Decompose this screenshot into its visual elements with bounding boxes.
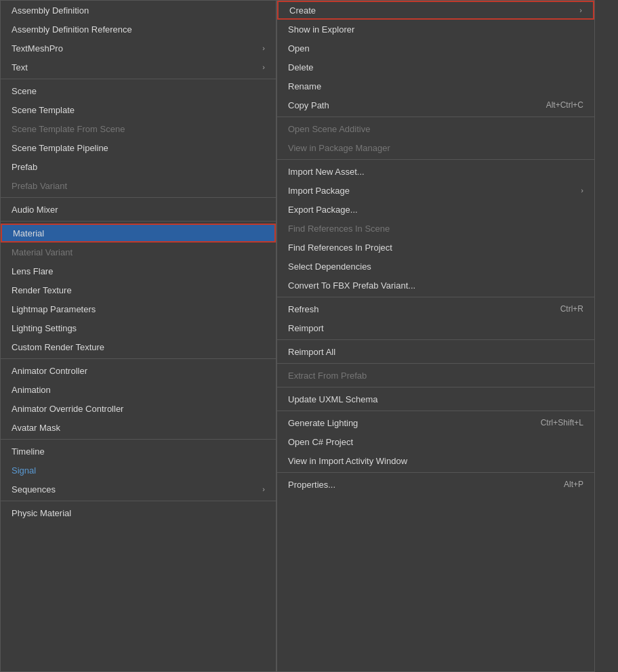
menu-item-label-signal: Signal xyxy=(12,465,36,476)
menu-item-label-lightmap-parameters: Lightmap Parameters xyxy=(12,304,96,314)
menu-item-label-create: Create xyxy=(289,5,316,16)
right-menu-item-reimport-all[interactable]: Reimport All xyxy=(277,342,594,361)
left-menu-item-audio-mixer[interactable]: Audio Mixer xyxy=(1,200,276,219)
right-menu-item-refresh[interactable]: RefreshCtrl+R xyxy=(277,299,594,318)
shortcut-properties: Alt+P xyxy=(564,480,583,489)
right-menu-item-find-references-in-project[interactable]: Find References In Project xyxy=(277,238,594,257)
right-menu-item-open[interactable]: Open xyxy=(277,39,594,58)
right-menu-item-import-new-asset[interactable]: Import New Asset... xyxy=(277,162,594,181)
left-menu-item-lightmap-parameters[interactable]: Lightmap Parameters xyxy=(1,299,276,318)
menu-item-label-material: Material xyxy=(13,228,44,238)
menu-separator xyxy=(277,363,594,364)
menu-item-label-refresh: Refresh xyxy=(288,304,319,314)
menu-item-label-rename: Rename xyxy=(288,81,321,91)
menu-separator xyxy=(277,159,594,160)
left-menu-item-assembly-definition-reference[interactable]: Assembly Definition Reference xyxy=(1,20,276,39)
menu-item-label-find-references-in-scene: Find References In Scene xyxy=(288,224,390,234)
left-menu-item-text[interactable]: Text› xyxy=(1,58,276,77)
right-menu-item-properties[interactable]: Properties...Alt+P xyxy=(277,475,594,494)
left-menu-item-lens-flare[interactable]: Lens Flare xyxy=(1,261,276,280)
menu-item-label-scene: Scene xyxy=(12,86,37,96)
left-menu-item-avatar-mask[interactable]: Avatar Mask xyxy=(1,418,276,437)
right-menu-item-delete[interactable]: Delete xyxy=(277,58,594,77)
menu-item-label-text: Text xyxy=(12,62,28,72)
right-menu-item-export-package[interactable]: Export Package... xyxy=(277,200,594,219)
right-menu-item-import-package[interactable]: Import Package› xyxy=(277,181,594,200)
menu-item-label-convert-to-fbx: Convert To FBX Prefab Variant... xyxy=(288,280,415,291)
left-menu-item-prefab-variant: Prefab Variant xyxy=(1,176,276,195)
shortcut-generate-lighting: Ctrl+Shift+L xyxy=(541,418,583,427)
menu-separator xyxy=(277,411,594,411)
shortcut-refresh: Ctrl+R xyxy=(560,304,583,314)
menu-item-label-reimport-all: Reimport All xyxy=(288,347,335,357)
menu-item-label-material-variant: Material Variant xyxy=(12,247,73,257)
menu-item-label-generate-lighting: Generate Lighting xyxy=(288,418,358,428)
left-menu-item-scene-template[interactable]: Scene Template xyxy=(1,100,276,119)
left-menu-item-scene-template-from-scene: Scene Template From Scene xyxy=(1,119,276,138)
menu-item-label-animation: Animation xyxy=(12,385,51,395)
arrow-right-icon: › xyxy=(262,44,265,52)
left-menu-item-scene-template-pipeline[interactable]: Scene Template Pipeline xyxy=(1,138,276,157)
left-menu-item-material[interactable]: Material xyxy=(1,224,276,243)
menu-separator xyxy=(277,297,594,297)
left-menu-item-timeline[interactable]: Timeline xyxy=(1,442,276,461)
left-menu-item-textmeshpro[interactable]: TextMeshPro› xyxy=(1,39,276,58)
right-menu-item-extract-from-prefab: Extract From Prefab xyxy=(277,366,594,385)
right-menu-item-update-uxml-schema[interactable]: Update UXML Schema xyxy=(277,390,594,408)
right-menu-item-view-in-package-manager: View in Package Manager xyxy=(277,138,594,157)
left-menu-item-lighting-settings[interactable]: Lighting Settings xyxy=(1,318,276,337)
menu-item-label-physic-material: Physic Material xyxy=(12,508,71,518)
menu-item-label-timeline: Timeline xyxy=(12,446,45,457)
left-menu-item-custom-render-texture[interactable]: Custom Render Texture xyxy=(1,337,276,356)
menu-item-label-select-dependencies: Select Dependencies xyxy=(288,261,371,272)
menu-item-label-lighting-settings: Lighting Settings xyxy=(12,323,77,333)
right-menu-item-view-in-import-activity-window[interactable]: View in Import Activity Window xyxy=(277,451,594,470)
menu-item-label-audio-mixer: Audio Mixer xyxy=(12,205,58,215)
menu-separator xyxy=(1,358,276,359)
left-context-menu: Assembly DefinitionAssembly Definition R… xyxy=(0,0,276,672)
arrow-right-icon: › xyxy=(262,485,265,493)
menu-item-label-assembly-definition-reference: Assembly Definition Reference xyxy=(12,24,132,35)
right-menu-item-create[interactable]: Create› xyxy=(277,1,594,20)
left-menu-item-animation[interactable]: Animation xyxy=(1,380,276,399)
right-menu-item-rename[interactable]: Rename xyxy=(277,77,594,96)
menu-item-label-reimport: Reimport xyxy=(288,323,324,333)
menu-item-label-lens-flare: Lens Flare xyxy=(12,266,53,276)
right-menu-item-copy-path[interactable]: Copy PathAlt+Ctrl+C xyxy=(277,96,594,114)
right-menu-item-convert-to-fbx[interactable]: Convert To FBX Prefab Variant... xyxy=(277,276,594,295)
menu-item-label-sequences: Sequences xyxy=(12,484,56,495)
right-menu-item-show-in-explorer[interactable]: Show in Explorer xyxy=(277,20,594,39)
left-menu-item-scene[interactable]: Scene xyxy=(1,81,276,100)
menu-item-label-animator-override-controller: Animator Override Controller xyxy=(12,404,123,414)
left-menu-item-physic-material[interactable]: Physic Material xyxy=(1,503,276,522)
menu-item-label-properties: Properties... xyxy=(288,480,335,490)
right-menu-item-select-dependencies[interactable]: Select Dependencies xyxy=(277,257,594,276)
menu-item-label-open-scene-additive: Open Scene Additive xyxy=(288,124,370,134)
left-menu-item-animator-override-controller[interactable]: Animator Override Controller xyxy=(1,399,276,418)
left-menu-item-assembly-definition[interactable]: Assembly Definition xyxy=(1,1,276,20)
menu-item-label-animator-controller: Animator Controller xyxy=(12,366,87,376)
right-menu-item-find-references-in-scene: Find References In Scene xyxy=(277,219,594,238)
right-menu-item-open-scene-additive: Open Scene Additive xyxy=(277,119,594,138)
menu-item-label-import-new-asset: Import New Asset... xyxy=(288,167,365,177)
right-menu-item-generate-lighting[interactable]: Generate LightingCtrl+Shift+L xyxy=(277,413,594,432)
menu-item-label-extract-from-prefab: Extract From Prefab xyxy=(288,371,367,381)
menu-separator xyxy=(1,439,276,440)
left-menu-item-sequences[interactable]: Sequences› xyxy=(1,480,276,499)
menu-item-label-scene-template-from-scene: Scene Template From Scene xyxy=(12,124,125,134)
left-menu-item-render-texture[interactable]: Render Texture xyxy=(1,280,276,299)
left-menu-item-signal[interactable]: Signal xyxy=(1,461,276,480)
right-menu-item-reimport[interactable]: Reimport xyxy=(277,318,594,337)
menu-item-label-open: Open xyxy=(288,43,310,54)
menu-item-label-find-references-in-project: Find References In Project xyxy=(288,243,392,253)
menu-separator xyxy=(1,197,276,198)
context-menu-container: Assembly DefinitionAssembly Definition R… xyxy=(0,0,618,672)
menu-item-label-show-in-explorer: Show in Explorer xyxy=(288,24,354,35)
right-context-menu: Create›Show in ExplorerOpenDeleteRenameC… xyxy=(276,0,595,672)
menu-item-label-view-in-import-activity-window: View in Import Activity Window xyxy=(288,456,407,466)
left-menu-item-prefab[interactable]: Prefab xyxy=(1,157,276,176)
menu-separator xyxy=(277,472,594,473)
left-menu-item-animator-controller[interactable]: Animator Controller xyxy=(1,361,276,380)
right-menu-item-open-csharp-project[interactable]: Open C# Project xyxy=(277,432,594,451)
arrow-right-icon: › xyxy=(581,186,583,194)
